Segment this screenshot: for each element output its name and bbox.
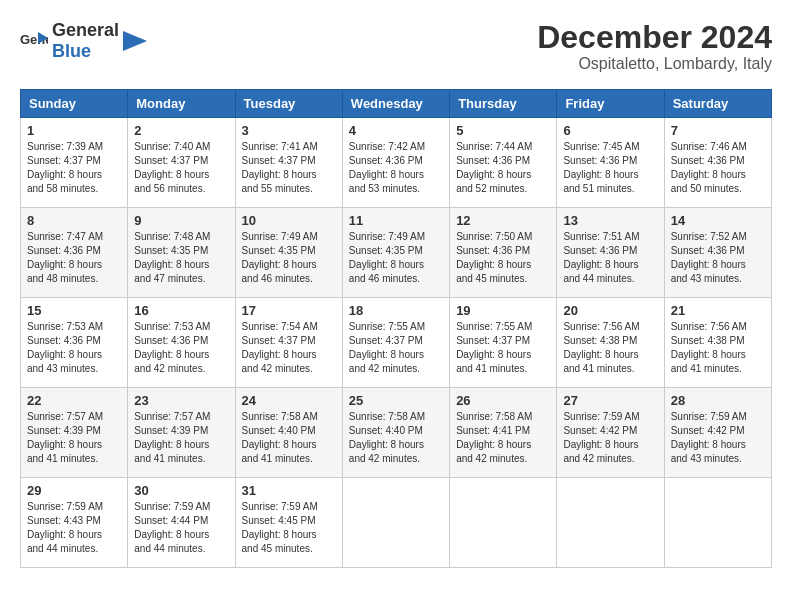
calendar-day-cell: 7 Sunrise: 7:46 AM Sunset: 4:36 PM Dayli… bbox=[664, 118, 771, 208]
calendar-day-cell: 19 Sunrise: 7:55 AM Sunset: 4:37 PM Dayl… bbox=[450, 298, 557, 388]
day-info: Sunrise: 7:39 AM Sunset: 4:37 PM Dayligh… bbox=[27, 140, 121, 196]
calendar-day-cell: 3 Sunrise: 7:41 AM Sunset: 4:37 PM Dayli… bbox=[235, 118, 342, 208]
calendar-day-cell: 24 Sunrise: 7:58 AM Sunset: 4:40 PM Dayl… bbox=[235, 388, 342, 478]
calendar-day-cell: 6 Sunrise: 7:45 AM Sunset: 4:36 PM Dayli… bbox=[557, 118, 664, 208]
logo-arrow-icon bbox=[123, 31, 147, 51]
calendar-week-row: 22 Sunrise: 7:57 AM Sunset: 4:39 PM Dayl… bbox=[21, 388, 772, 478]
day-number: 10 bbox=[242, 213, 336, 228]
location-title: Ospitaletto, Lombardy, Italy bbox=[537, 55, 772, 73]
calendar-day-cell: 11 Sunrise: 7:49 AM Sunset: 4:35 PM Dayl… bbox=[342, 208, 449, 298]
calendar-table: SundayMondayTuesdayWednesdayThursdayFrid… bbox=[20, 89, 772, 568]
day-number: 20 bbox=[563, 303, 657, 318]
calendar-day-cell: 16 Sunrise: 7:53 AM Sunset: 4:36 PM Dayl… bbox=[128, 298, 235, 388]
day-number: 8 bbox=[27, 213, 121, 228]
calendar-day-cell: 29 Sunrise: 7:59 AM Sunset: 4:43 PM Dayl… bbox=[21, 478, 128, 568]
day-info: Sunrise: 7:57 AM Sunset: 4:39 PM Dayligh… bbox=[27, 410, 121, 466]
logo: General General Blue bbox=[20, 20, 147, 62]
calendar-day-cell bbox=[557, 478, 664, 568]
day-number: 12 bbox=[456, 213, 550, 228]
day-info: Sunrise: 7:44 AM Sunset: 4:36 PM Dayligh… bbox=[456, 140, 550, 196]
day-number: 29 bbox=[27, 483, 121, 498]
calendar-day-cell: 30 Sunrise: 7:59 AM Sunset: 4:44 PM Dayl… bbox=[128, 478, 235, 568]
logo-blue: Blue bbox=[52, 41, 91, 61]
day-number: 2 bbox=[134, 123, 228, 138]
day-number: 19 bbox=[456, 303, 550, 318]
calendar-day-cell: 23 Sunrise: 7:57 AM Sunset: 4:39 PM Dayl… bbox=[128, 388, 235, 478]
day-number: 24 bbox=[242, 393, 336, 408]
day-number: 16 bbox=[134, 303, 228, 318]
calendar-day-cell: 21 Sunrise: 7:56 AM Sunset: 4:38 PM Dayl… bbox=[664, 298, 771, 388]
day-number: 1 bbox=[27, 123, 121, 138]
calendar-day-cell: 15 Sunrise: 7:53 AM Sunset: 4:36 PM Dayl… bbox=[21, 298, 128, 388]
calendar-day-cell: 26 Sunrise: 7:58 AM Sunset: 4:41 PM Dayl… bbox=[450, 388, 557, 478]
calendar-day-cell: 20 Sunrise: 7:56 AM Sunset: 4:38 PM Dayl… bbox=[557, 298, 664, 388]
day-info: Sunrise: 7:59 AM Sunset: 4:43 PM Dayligh… bbox=[27, 500, 121, 556]
weekday-header: Tuesday bbox=[235, 90, 342, 118]
calendar-day-cell: 27 Sunrise: 7:59 AM Sunset: 4:42 PM Dayl… bbox=[557, 388, 664, 478]
day-info: Sunrise: 7:59 AM Sunset: 4:45 PM Dayligh… bbox=[242, 500, 336, 556]
day-number: 28 bbox=[671, 393, 765, 408]
calendar-day-cell: 1 Sunrise: 7:39 AM Sunset: 4:37 PM Dayli… bbox=[21, 118, 128, 208]
day-info: Sunrise: 7:54 AM Sunset: 4:37 PM Dayligh… bbox=[242, 320, 336, 376]
title-area: December 2024 Ospitaletto, Lombardy, Ita… bbox=[537, 20, 772, 73]
day-number: 6 bbox=[563, 123, 657, 138]
weekday-header: Friday bbox=[557, 90, 664, 118]
calendar-day-cell: 14 Sunrise: 7:52 AM Sunset: 4:36 PM Dayl… bbox=[664, 208, 771, 298]
day-info: Sunrise: 7:53 AM Sunset: 4:36 PM Dayligh… bbox=[134, 320, 228, 376]
logo-general: General bbox=[52, 20, 119, 40]
svg-marker-2 bbox=[123, 31, 147, 51]
day-info: Sunrise: 7:59 AM Sunset: 4:42 PM Dayligh… bbox=[671, 410, 765, 466]
calendar-day-cell bbox=[664, 478, 771, 568]
calendar-day-cell: 12 Sunrise: 7:50 AM Sunset: 4:36 PM Dayl… bbox=[450, 208, 557, 298]
calendar-day-cell: 10 Sunrise: 7:49 AM Sunset: 4:35 PM Dayl… bbox=[235, 208, 342, 298]
day-number: 15 bbox=[27, 303, 121, 318]
day-number: 23 bbox=[134, 393, 228, 408]
calendar-week-row: 15 Sunrise: 7:53 AM Sunset: 4:36 PM Dayl… bbox=[21, 298, 772, 388]
day-info: Sunrise: 7:49 AM Sunset: 4:35 PM Dayligh… bbox=[349, 230, 443, 286]
day-number: 31 bbox=[242, 483, 336, 498]
calendar-day-cell: 31 Sunrise: 7:59 AM Sunset: 4:45 PM Dayl… bbox=[235, 478, 342, 568]
calendar-day-cell: 22 Sunrise: 7:57 AM Sunset: 4:39 PM Dayl… bbox=[21, 388, 128, 478]
weekday-header: Wednesday bbox=[342, 90, 449, 118]
day-info: Sunrise: 7:51 AM Sunset: 4:36 PM Dayligh… bbox=[563, 230, 657, 286]
day-info: Sunrise: 7:59 AM Sunset: 4:42 PM Dayligh… bbox=[563, 410, 657, 466]
day-number: 17 bbox=[242, 303, 336, 318]
calendar-day-cell: 9 Sunrise: 7:48 AM Sunset: 4:35 PM Dayli… bbox=[128, 208, 235, 298]
day-number: 26 bbox=[456, 393, 550, 408]
calendar-header-row: SundayMondayTuesdayWednesdayThursdayFrid… bbox=[21, 90, 772, 118]
day-number: 25 bbox=[349, 393, 443, 408]
day-info: Sunrise: 7:45 AM Sunset: 4:36 PM Dayligh… bbox=[563, 140, 657, 196]
day-info: Sunrise: 7:52 AM Sunset: 4:36 PM Dayligh… bbox=[671, 230, 765, 286]
calendar-week-row: 8 Sunrise: 7:47 AM Sunset: 4:36 PM Dayli… bbox=[21, 208, 772, 298]
weekday-header: Saturday bbox=[664, 90, 771, 118]
day-number: 5 bbox=[456, 123, 550, 138]
weekday-header: Sunday bbox=[21, 90, 128, 118]
day-number: 13 bbox=[563, 213, 657, 228]
calendar-day-cell: 4 Sunrise: 7:42 AM Sunset: 4:36 PM Dayli… bbox=[342, 118, 449, 208]
calendar-day-cell: 13 Sunrise: 7:51 AM Sunset: 4:36 PM Dayl… bbox=[557, 208, 664, 298]
day-number: 30 bbox=[134, 483, 228, 498]
day-info: Sunrise: 7:53 AM Sunset: 4:36 PM Dayligh… bbox=[27, 320, 121, 376]
day-info: Sunrise: 7:58 AM Sunset: 4:40 PM Dayligh… bbox=[242, 410, 336, 466]
day-number: 7 bbox=[671, 123, 765, 138]
calendar-day-cell: 2 Sunrise: 7:40 AM Sunset: 4:37 PM Dayli… bbox=[128, 118, 235, 208]
day-info: Sunrise: 7:49 AM Sunset: 4:35 PM Dayligh… bbox=[242, 230, 336, 286]
day-info: Sunrise: 7:57 AM Sunset: 4:39 PM Dayligh… bbox=[134, 410, 228, 466]
calendar-day-cell bbox=[342, 478, 449, 568]
day-info: Sunrise: 7:41 AM Sunset: 4:37 PM Dayligh… bbox=[242, 140, 336, 196]
day-info: Sunrise: 7:42 AM Sunset: 4:36 PM Dayligh… bbox=[349, 140, 443, 196]
day-number: 21 bbox=[671, 303, 765, 318]
weekday-header: Monday bbox=[128, 90, 235, 118]
day-info: Sunrise: 7:58 AM Sunset: 4:41 PM Dayligh… bbox=[456, 410, 550, 466]
day-number: 27 bbox=[563, 393, 657, 408]
calendar-day-cell: 28 Sunrise: 7:59 AM Sunset: 4:42 PM Dayl… bbox=[664, 388, 771, 478]
calendar-day-cell: 18 Sunrise: 7:55 AM Sunset: 4:37 PM Dayl… bbox=[342, 298, 449, 388]
day-number: 18 bbox=[349, 303, 443, 318]
calendar-day-cell bbox=[450, 478, 557, 568]
day-info: Sunrise: 7:40 AM Sunset: 4:37 PM Dayligh… bbox=[134, 140, 228, 196]
day-number: 14 bbox=[671, 213, 765, 228]
day-number: 3 bbox=[242, 123, 336, 138]
day-info: Sunrise: 7:50 AM Sunset: 4:36 PM Dayligh… bbox=[456, 230, 550, 286]
day-number: 4 bbox=[349, 123, 443, 138]
day-info: Sunrise: 7:56 AM Sunset: 4:38 PM Dayligh… bbox=[671, 320, 765, 376]
